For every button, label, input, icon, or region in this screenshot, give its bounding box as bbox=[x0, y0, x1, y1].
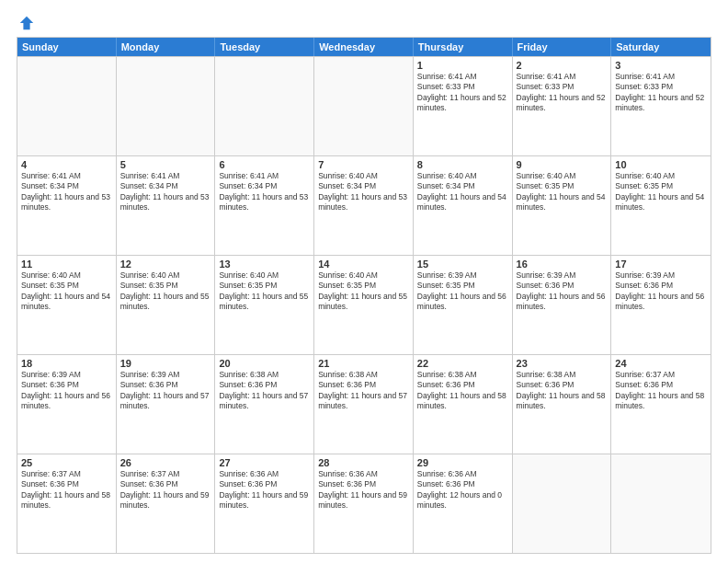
calendar-cell: 6 Sunrise: 6:41 AM Sunset: 6:34 PM Dayli… bbox=[215, 156, 314, 255]
day-info: Sunrise: 6:37 AM Sunset: 6:36 PM Dayligh… bbox=[21, 469, 112, 511]
day-number: 4 bbox=[21, 159, 112, 170]
calendar-cell: 3 Sunrise: 6:41 AM Sunset: 6:33 PM Dayli… bbox=[611, 57, 711, 155]
calendar-cell: 14 Sunrise: 6:40 AM Sunset: 6:35 PM Dayl… bbox=[314, 256, 414, 354]
weekday-header: Sunday bbox=[17, 38, 117, 56]
calendar-row: 18 Sunrise: 6:39 AM Sunset: 6:36 PM Dayl… bbox=[17, 354, 711, 454]
day-number: 15 bbox=[417, 259, 508, 270]
day-number: 12 bbox=[120, 259, 211, 270]
day-info: Sunrise: 6:39 AM Sunset: 6:35 PM Dayligh… bbox=[417, 270, 508, 313]
logo bbox=[17, 15, 35, 31]
day-number: 25 bbox=[21, 457, 112, 468]
calendar-cell: 11 Sunrise: 6:40 AM Sunset: 6:35 PM Dayl… bbox=[17, 256, 117, 354]
weekday-header: Tuesday bbox=[215, 38, 314, 56]
calendar-cell bbox=[513, 454, 612, 553]
day-number: 6 bbox=[219, 159, 310, 170]
day-info: Sunrise: 6:38 AM Sunset: 6:36 PM Dayligh… bbox=[219, 370, 310, 412]
day-info: Sunrise: 6:40 AM Sunset: 6:35 PM Dayligh… bbox=[318, 270, 409, 313]
calendar-cell: 29 Sunrise: 6:36 AM Sunset: 6:36 PM Dayl… bbox=[414, 454, 513, 553]
day-info: Sunrise: 6:36 AM Sunset: 6:36 PM Dayligh… bbox=[318, 469, 409, 511]
calendar-cell: 24 Sunrise: 6:37 AM Sunset: 6:36 PM Dayl… bbox=[611, 355, 711, 454]
calendar-cell: 8 Sunrise: 6:40 AM Sunset: 6:34 PM Dayli… bbox=[414, 156, 513, 255]
calendar-cell bbox=[117, 57, 216, 155]
calendar-row: 25 Sunrise: 6:37 AM Sunset: 6:36 PM Dayl… bbox=[17, 454, 711, 553]
day-number: 11 bbox=[21, 259, 112, 270]
day-info: Sunrise: 6:41 AM Sunset: 6:33 PM Dayligh… bbox=[615, 72, 707, 114]
day-number: 28 bbox=[318, 457, 409, 468]
calendar-row: 4 Sunrise: 6:41 AM Sunset: 6:34 PM Dayli… bbox=[17, 155, 711, 255]
day-number: 13 bbox=[219, 259, 310, 270]
day-number: 18 bbox=[21, 358, 112, 369]
day-number: 2 bbox=[517, 60, 608, 71]
day-number: 9 bbox=[517, 159, 608, 170]
day-info: Sunrise: 6:37 AM Sunset: 6:36 PM Dayligh… bbox=[120, 469, 211, 511]
day-info: Sunrise: 6:39 AM Sunset: 6:36 PM Dayligh… bbox=[120, 370, 211, 412]
day-info: Sunrise: 6:37 AM Sunset: 6:36 PM Dayligh… bbox=[615, 370, 707, 412]
day-number: 27 bbox=[219, 457, 310, 468]
day-number: 1 bbox=[417, 60, 508, 71]
calendar-cell: 28 Sunrise: 6:36 AM Sunset: 6:36 PM Dayl… bbox=[314, 454, 414, 553]
day-info: Sunrise: 6:40 AM Sunset: 6:34 PM Dayligh… bbox=[417, 171, 508, 213]
calendar-cell: 16 Sunrise: 6:39 AM Sunset: 6:36 PM Dayl… bbox=[513, 256, 612, 354]
day-number: 23 bbox=[517, 358, 608, 369]
calendar-cell: 1 Sunrise: 6:41 AM Sunset: 6:33 PM Dayli… bbox=[414, 57, 513, 155]
day-number: 20 bbox=[219, 358, 310, 369]
day-number: 19 bbox=[120, 358, 211, 369]
svg-marker-0 bbox=[20, 17, 33, 29]
day-info: Sunrise: 6:40 AM Sunset: 6:35 PM Dayligh… bbox=[517, 171, 608, 213]
day-info: Sunrise: 6:40 AM Sunset: 6:35 PM Dayligh… bbox=[615, 171, 707, 213]
calendar: SundayMondayTuesdayWednesdayThursdayFrid… bbox=[17, 37, 711, 554]
day-info: Sunrise: 6:36 AM Sunset: 6:36 PM Dayligh… bbox=[417, 469, 508, 511]
calendar-row: 1 Sunrise: 6:41 AM Sunset: 6:33 PM Dayli… bbox=[17, 56, 711, 155]
calendar-cell bbox=[215, 57, 314, 155]
calendar-cell: 9 Sunrise: 6:40 AM Sunset: 6:35 PM Dayli… bbox=[513, 156, 612, 255]
calendar-body: 1 Sunrise: 6:41 AM Sunset: 6:33 PM Dayli… bbox=[17, 56, 711, 553]
day-number: 24 bbox=[615, 358, 707, 369]
calendar-cell: 19 Sunrise: 6:39 AM Sunset: 6:36 PM Dayl… bbox=[117, 355, 216, 454]
day-info: Sunrise: 6:41 AM Sunset: 6:33 PM Dayligh… bbox=[517, 72, 608, 114]
calendar-cell: 17 Sunrise: 6:39 AM Sunset: 6:36 PM Dayl… bbox=[611, 256, 711, 354]
weekday-header: Thursday bbox=[414, 38, 513, 56]
day-number: 14 bbox=[318, 259, 409, 270]
calendar-cell: 22 Sunrise: 6:38 AM Sunset: 6:36 PM Dayl… bbox=[414, 355, 513, 454]
day-info: Sunrise: 6:38 AM Sunset: 6:36 PM Dayligh… bbox=[318, 370, 409, 412]
day-number: 29 bbox=[417, 457, 508, 468]
day-number: 10 bbox=[615, 159, 707, 170]
day-info: Sunrise: 6:39 AM Sunset: 6:36 PM Dayligh… bbox=[21, 370, 112, 412]
calendar-cell: 26 Sunrise: 6:37 AM Sunset: 6:36 PM Dayl… bbox=[117, 454, 216, 553]
calendar-cell: 10 Sunrise: 6:40 AM Sunset: 6:35 PM Dayl… bbox=[611, 156, 711, 255]
calendar-header: SundayMondayTuesdayWednesdayThursdayFrid… bbox=[17, 38, 711, 56]
day-info: Sunrise: 6:39 AM Sunset: 6:36 PM Dayligh… bbox=[615, 270, 707, 313]
logo-icon bbox=[18, 15, 35, 31]
calendar-cell: 27 Sunrise: 6:36 AM Sunset: 6:36 PM Dayl… bbox=[215, 454, 314, 553]
day-number: 7 bbox=[318, 159, 409, 170]
day-info: Sunrise: 6:40 AM Sunset: 6:34 PM Dayligh… bbox=[318, 171, 409, 213]
calendar-cell: 4 Sunrise: 6:41 AM Sunset: 6:34 PM Dayli… bbox=[17, 156, 117, 255]
day-info: Sunrise: 6:36 AM Sunset: 6:36 PM Dayligh… bbox=[219, 469, 310, 511]
calendar-row: 11 Sunrise: 6:40 AM Sunset: 6:35 PM Dayl… bbox=[17, 255, 711, 354]
calendar-cell: 13 Sunrise: 6:40 AM Sunset: 6:35 PM Dayl… bbox=[215, 256, 314, 354]
weekday-header: Friday bbox=[513, 38, 612, 56]
calendar-cell: 23 Sunrise: 6:38 AM Sunset: 6:36 PM Dayl… bbox=[513, 355, 612, 454]
day-info: Sunrise: 6:40 AM Sunset: 6:35 PM Dayligh… bbox=[120, 270, 211, 313]
weekday-header: Wednesday bbox=[314, 38, 414, 56]
calendar-cell bbox=[314, 57, 414, 155]
day-info: Sunrise: 6:40 AM Sunset: 6:35 PM Dayligh… bbox=[21, 270, 112, 313]
day-info: Sunrise: 6:38 AM Sunset: 6:36 PM Dayligh… bbox=[517, 370, 608, 412]
day-info: Sunrise: 6:39 AM Sunset: 6:36 PM Dayligh… bbox=[517, 270, 608, 313]
calendar-cell: 12 Sunrise: 6:40 AM Sunset: 6:35 PM Dayl… bbox=[117, 256, 216, 354]
day-number: 21 bbox=[318, 358, 409, 369]
day-info: Sunrise: 6:38 AM Sunset: 6:36 PM Dayligh… bbox=[417, 370, 508, 412]
calendar-cell: 25 Sunrise: 6:37 AM Sunset: 6:36 PM Dayl… bbox=[17, 454, 117, 553]
day-number: 3 bbox=[615, 60, 707, 71]
weekday-header: Monday bbox=[117, 38, 216, 56]
calendar-cell bbox=[17, 57, 117, 155]
day-number: 17 bbox=[615, 259, 707, 270]
day-number: 16 bbox=[517, 259, 608, 270]
page: SundayMondayTuesdayWednesdayThursdayFrid… bbox=[0, 0, 728, 563]
calendar-cell: 7 Sunrise: 6:40 AM Sunset: 6:34 PM Dayli… bbox=[314, 156, 414, 255]
calendar-cell: 21 Sunrise: 6:38 AM Sunset: 6:36 PM Dayl… bbox=[314, 355, 414, 454]
calendar-cell: 20 Sunrise: 6:38 AM Sunset: 6:36 PM Dayl… bbox=[215, 355, 314, 454]
day-info: Sunrise: 6:41 AM Sunset: 6:33 PM Dayligh… bbox=[417, 72, 508, 114]
weekday-header: Saturday bbox=[611, 38, 711, 56]
day-info: Sunrise: 6:41 AM Sunset: 6:34 PM Dayligh… bbox=[120, 171, 211, 213]
